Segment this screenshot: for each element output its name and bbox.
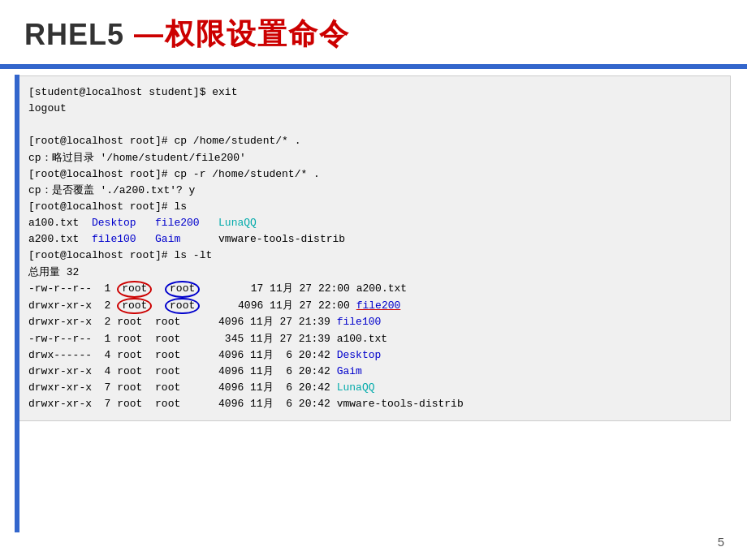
left-accent-bar xyxy=(15,75,19,532)
term-line-12: -rw-r--r-- 1 root root 17 11月 27 22:00 a… xyxy=(28,281,719,298)
term-line-2: logout xyxy=(28,101,719,117)
ls-lt-gaim: Gaim xyxy=(337,365,362,377)
ls-lt-lunaqq: LunaQQ xyxy=(337,381,375,394)
term-line-13: drwxr-xr-x 2 root root 4096 11月 27 22:00… xyxy=(28,298,719,315)
blue-divider-bar xyxy=(0,64,747,69)
title-area: RHEL5 —权限设置命令 xyxy=(0,0,747,64)
file200-underlined: file200 xyxy=(356,299,401,312)
page-number: 5 xyxy=(718,535,724,549)
term-line-6: cp：是否覆盖 './a200.txt'? y xyxy=(28,183,719,199)
term-line-1: [student@localhost student]$ exit xyxy=(28,84,719,101)
ls-lunaqq: LunaQQ xyxy=(218,217,257,229)
terminal-output: [student@localhost student]$ exit logout… xyxy=(16,75,731,421)
ls-file100: file100 xyxy=(92,233,136,245)
term-line-18: drwxr-xr-x 7 root root 4096 11月 6 20:42 … xyxy=(28,380,719,396)
term-line-17: drwxr-xr-x 4 root root 4096 11月 6 20:42 … xyxy=(28,364,719,380)
term-line-16: drwx------ 4 root root 4096 11月 6 20:42 … xyxy=(28,347,719,364)
term-line-blank1 xyxy=(28,117,719,133)
ls-gaim: Gaim xyxy=(155,233,180,245)
ls-lt-file100: file100 xyxy=(337,316,382,328)
ls-lt-desktop: Desktop xyxy=(337,349,382,361)
title-subtitle: —权限设置命令 xyxy=(134,15,350,54)
term-line-10: [root@localhost root]# ls -lt xyxy=(28,248,719,264)
title-rhel: RHEL5 xyxy=(24,18,124,52)
term-line-19: drwxr-xr-x 7 root root 4096 11月 6 20:42 … xyxy=(28,396,719,412)
term-line-15: -rw-r--r-- 1 root root 345 11月 27 21:39 … xyxy=(28,331,719,347)
ls-desktop: Desktop xyxy=(92,217,136,229)
circle-root-blue-1: root xyxy=(165,281,200,298)
term-line-14: drwxr-xr-x 2 root root 4096 11月 27 21:39… xyxy=(28,314,719,330)
term-line-5: [root@localhost root]# cp -r /home/stude… xyxy=(28,166,719,183)
circle-root-red-2: root xyxy=(117,298,152,315)
term-line-11: 总用量 32 xyxy=(28,265,719,281)
circle-root-red-1: root xyxy=(117,281,152,298)
term-line-9: a200.txt file100 Gaim vmware-tools-distr… xyxy=(28,231,719,248)
term-line-7: [root@localhost root]# ls xyxy=(28,199,719,215)
ls-file200: file200 xyxy=(155,217,200,229)
term-line-3: [root@localhost root]# cp /home/student/… xyxy=(28,133,719,149)
term-line-8: a100.txt Desktop file200 LunaQQ xyxy=(28,215,719,231)
term-line-4: cp：略过目录 '/home/student/file200' xyxy=(28,150,719,166)
circle-root-blue-2: root xyxy=(165,298,200,315)
